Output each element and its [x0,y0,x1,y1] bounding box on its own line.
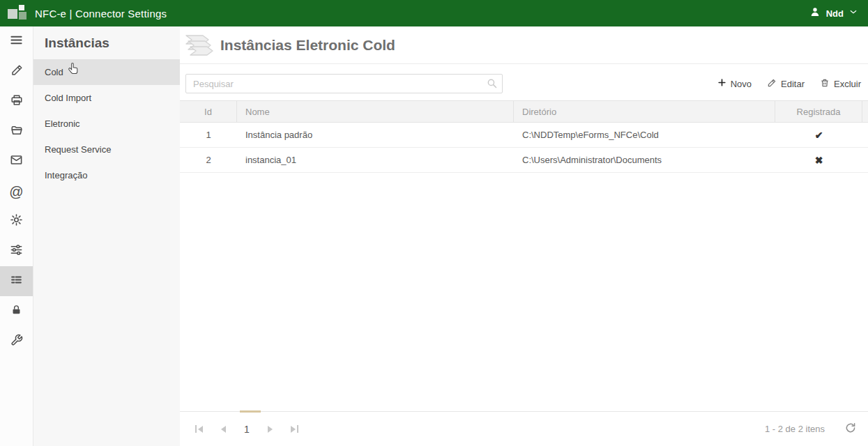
rail-item-mail[interactable] [0,146,33,176]
column-header-registrada[interactable]: Registrada [775,101,862,122]
current-page-number[interactable]: 1 [244,424,250,435]
registered-check-icon: ✔ [775,130,862,141]
pencil-icon [767,78,777,90]
icon-rail: @ [0,26,33,446]
rail-item-security[interactable] [0,296,33,326]
sidebar-item-label: Integração [45,170,87,180]
wrench-icon [10,334,23,349]
column-header-nome[interactable]: Nome [237,101,514,122]
user-menu[interactable]: Ndd [809,6,858,21]
column-header-diretorio[interactable]: Diretório [514,101,775,122]
table-row[interactable]: 1 Instância padrão C:\NDDTemp\eForms_NFC… [180,123,868,148]
sliders-icon [10,243,23,259]
sidebar-item-label: Cold [45,67,63,77]
trash-icon [820,78,830,90]
edit-button[interactable]: Editar [767,78,805,90]
cell-diretorio: C:\Users\Administrator\Documents [514,155,775,165]
search-input[interactable] [185,74,503,93]
table-row[interactable]: 2 instancia_01 C:\Users\Administrator\Do… [180,148,868,173]
lock-icon [10,304,22,318]
rail-item-printer[interactable] [0,86,33,116]
toolbar: Novo Editar Excluir [180,64,868,100]
search-icon[interactable] [486,77,498,92]
rail-item-settings[interactable] [0,206,33,236]
grid-empty-area [180,173,868,411]
sidebar-item-cold[interactable]: Cold [33,59,180,85]
sidebar: Instâncias Cold Cold Import Eletronic Re… [33,26,180,446]
sidebar-item-eletronic[interactable]: Eletronic [33,111,180,137]
sidebar-item-label: Cold Import [45,93,91,103]
sidebar-item-cold-import[interactable]: Cold Import [33,85,180,111]
user-name: Ndd [826,8,844,19]
page-header: Instâncias Eletronic Cold [180,26,868,64]
rail-item-instances[interactable] [0,266,33,296]
rail-item-sliders[interactable] [0,236,33,266]
pager-summary: 1 - 2 de 2 itens [765,424,825,434]
sidebar-item-label: Eletronic [45,118,80,129]
search-box [185,74,503,93]
sidebar-title: Instâncias [33,26,180,59]
cell-nome: Instância padrão [237,130,514,140]
stacked-pages-icon [180,33,220,57]
page-title: Instâncias Eletronic Cold [220,37,395,54]
first-page-button[interactable] [195,425,203,433]
plus-icon [717,78,726,89]
sidebar-item-request-service[interactable]: Request Service [33,137,180,162]
app-logo [7,3,28,24]
grid-actions: Novo Editar Excluir [717,78,861,90]
new-button-label: Novo [731,79,752,89]
pager-nav: 1 [191,424,298,435]
gear-icon [10,213,23,229]
app-title: NFC-e | Connector Settings [35,8,167,20]
edit-button-label: Editar [781,79,805,89]
pen-tool-icon [10,64,23,79]
sidebar-item-label: Request Service [45,144,111,155]
cell-id: 1 [180,130,237,140]
pager: 1 1 - 2 de 2 itens [180,411,868,446]
next-page-button[interactable] [268,426,273,433]
chevron-down-icon [848,7,858,20]
envelope-icon [10,153,23,169]
printer-icon [10,94,23,109]
column-header-filler [862,101,868,122]
instances-list-icon [10,273,23,289]
main-content: Instâncias Eletronic Cold Novo Editar [180,26,868,446]
user-icon [809,6,821,21]
pager-right: 1 - 2 de 2 itens [765,422,857,437]
rail-item-maintenance[interactable] [0,326,33,356]
at-sign-icon: @ [9,185,23,199]
last-page-button[interactable] [291,425,298,433]
cell-nome: instancia_01 [237,155,514,165]
cell-diretorio: C:\NDDTemp\eForms_NFCe\Cold [514,130,775,140]
sidebar-item-integracao[interactable]: Integração [33,162,180,188]
cell-id: 2 [180,155,237,165]
menu-icon [10,33,23,49]
not-registered-x-icon: ✖ [775,155,862,166]
column-header-id[interactable]: Id [180,101,237,122]
rail-item-tools[interactable] [0,56,33,86]
rail-item-folder[interactable] [0,116,33,146]
pager-active-marker [240,410,261,413]
folder-icon [10,124,23,139]
top-bar: NFC-e | Connector Settings Ndd [0,0,868,26]
rail-item-menu[interactable] [0,26,33,56]
table-header: Id Nome Diretório Registrada [180,100,868,123]
new-button[interactable]: Novo [717,78,752,89]
delete-button[interactable]: Excluir [820,78,861,90]
rail-item-at[interactable]: @ [0,176,33,206]
prev-page-button[interactable] [221,426,226,433]
delete-button-label: Excluir [834,79,861,89]
refresh-icon[interactable] [844,422,857,437]
